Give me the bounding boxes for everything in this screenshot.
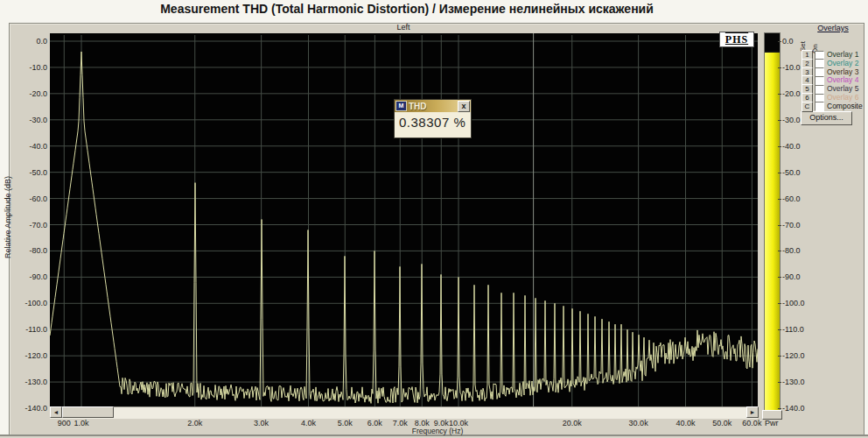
meter-tick-label: -70.0	[782, 221, 817, 230]
overlay-label-6: Overlay 6	[827, 93, 858, 102]
x-tick-label: 4.0k	[292, 419, 324, 427]
y-tick-label: -50.0	[10, 168, 47, 177]
plot-area[interactable]	[50, 33, 758, 408]
overlay-label-3: Overlay 3	[827, 67, 858, 76]
meter-tick-dash	[778, 303, 781, 304]
phs-logo-text: PHS	[725, 34, 748, 46]
overlays-panel-title: Overlays	[805, 24, 861, 32]
thd-window-icon[interactable]: M	[396, 101, 407, 111]
overlay-label-4: Overlay 4	[827, 75, 858, 84]
x-tick-label: 50.0k	[706, 419, 738, 427]
meter-tick-label: -40.0	[782, 142, 817, 151]
y-tick-label: -60.0	[10, 194, 47, 203]
power-level-meter	[764, 32, 780, 411]
meter-tick-dash	[778, 382, 781, 383]
meter-tick-dash	[778, 67, 781, 68]
meter-tick-label: -100.0	[782, 299, 817, 307]
y-tick-label: -130.0	[10, 378, 47, 386]
meter-tick-label: -80.0	[782, 246, 817, 255]
meter-tick-label: -110.0	[782, 325, 817, 334]
meter-tick-label: -90.0	[782, 272, 817, 281]
meter-tick-dash	[778, 356, 781, 357]
thd-window-titlebar[interactable]: M THD x	[395, 100, 471, 112]
meter-headroom-segment	[765, 33, 780, 51]
y-tick-label: -30.0	[10, 116, 47, 124]
y-tick-label: -40.0	[10, 142, 47, 151]
meter-tick-dash	[778, 120, 781, 121]
thd-value: 0.38307 %	[399, 115, 468, 130]
x-tick-label: 40.0k	[669, 419, 701, 427]
overlay-set-button-C[interactable]: C	[802, 102, 813, 112]
channel-label: Left	[350, 23, 457, 32]
thd-window-title: THD	[409, 102, 458, 111]
meter-tick-dash	[778, 146, 781, 147]
overlay-label-1: Overlay 1	[827, 50, 858, 59]
close-icon[interactable]: x	[458, 101, 470, 112]
meter-tick-label: -130.0	[782, 378, 817, 386]
scroll-left-icon[interactable]: ◄	[50, 406, 62, 418]
pwr-label: Pwr	[765, 419, 788, 427]
y-tick-label: 0.0	[10, 37, 47, 46]
x-tick-label: 5.0k	[329, 419, 360, 427]
y-tick-label: -20.0	[10, 89, 47, 98]
horizontal-scrollbar[interactable]	[50, 406, 758, 419]
y-tick-label: -120.0	[10, 351, 47, 360]
meter-tick-dash	[778, 173, 781, 173]
meter-tick-label: -30.0	[782, 116, 817, 124]
overlay-on-checkbox-C[interactable]	[815, 102, 824, 111]
meter-tick-dash	[778, 251, 781, 251]
scrollbar-thumb[interactable]	[62, 406, 114, 418]
overlay-label-5: Overlay 5	[827, 84, 858, 93]
meter-tick-dash	[778, 41, 781, 42]
meter-tick-label: -120.0	[782, 351, 817, 360]
y-tick-label: -10.0	[10, 63, 47, 72]
x-tick-label: 2.0k	[179, 419, 211, 427]
x-tick-label: 30.0k	[623, 419, 654, 427]
phs-logo: PHS	[719, 32, 754, 47]
y-tick-label: -100.0	[10, 299, 47, 307]
meter-tick-dash	[778, 199, 781, 200]
meter-tick-dash	[778, 225, 781, 226]
x-axis-title: Frequency (Hz)	[394, 427, 481, 435]
page-title: Measurement THD (Total Harmonic Distorti…	[0, 2, 814, 16]
meter-tick-label: 0.0	[782, 37, 817, 46]
thd-window[interactable]: M THD x 0.38307 %	[394, 99, 472, 138]
overlay-label-C: Composite	[827, 102, 863, 110]
x-tick-label: 3.0k	[246, 419, 277, 427]
meter-tick-dash	[778, 94, 781, 95]
y-tick-label: -90.0	[10, 272, 47, 281]
x-tick-label: 10.0k	[443, 419, 474, 427]
meter-tick-label: -60.0	[782, 194, 817, 203]
x-tick-label: 1.0k	[66, 419, 97, 427]
meter-tick-label: -140.0	[782, 404, 817, 413]
scroll-right-icon[interactable]: ►	[746, 406, 759, 418]
meter-tick-dash	[778, 408, 781, 409]
meter-tick-label: -50.0	[782, 168, 817, 177]
overlay-label-2: Overlay 2	[827, 59, 858, 67]
x-tick-label: 60.0k	[736, 419, 767, 427]
y-tick-label: -70.0	[10, 221, 47, 230]
x-tick-label: 20.0k	[556, 419, 588, 427]
y-tick-label: -110.0	[10, 325, 47, 334]
y-tick-label: -140.0	[10, 404, 47, 413]
y-tick-label: -80.0	[10, 246, 47, 255]
y-axis-title: Relative Amplitude (dB)	[4, 125, 12, 309]
meter-tick-dash	[778, 277, 781, 278]
meter-tick-dash	[778, 329, 781, 330]
